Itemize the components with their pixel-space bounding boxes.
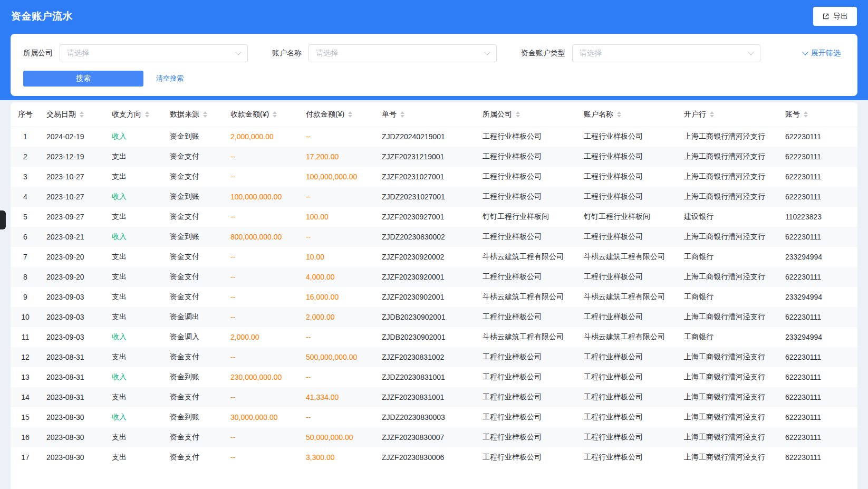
cell-order-number: ZJDB20230902001 xyxy=(375,327,476,347)
table-row: 8 2023-09-20 支出 资金支付 -- 4,000.00 ZJZF202… xyxy=(11,267,857,287)
cell-account-number: 622230111 xyxy=(779,267,857,287)
table-row: 2 2023-12-19 支出 资金支付 -- 17,200.00 ZJZF20… xyxy=(11,147,857,167)
cell-account-name: 工程行业样板公司 xyxy=(577,387,678,407)
cell-amount-paid: 16,000.00 xyxy=(300,287,375,307)
table-body: 1 2024-02-19 收入 资金到账 2,000,000.00 -- ZJD… xyxy=(11,127,857,467)
account-name-select[interactable]: 请选择 xyxy=(308,44,497,62)
column-header-label: 账号 xyxy=(785,110,800,119)
cell-order-number: ZJZF20231027001 xyxy=(375,167,476,187)
cell-account-name: 工程行业样板公司 xyxy=(577,267,678,287)
filter-group-account-type: 资金账户类型 请选择 xyxy=(521,44,760,62)
export-button-label: 导出 xyxy=(833,12,848,21)
sort-desc-icon xyxy=(710,115,714,118)
column-header-label: 付款金额(¥) xyxy=(306,110,344,119)
sort-icon[interactable] xyxy=(203,111,207,118)
cell-company: 工程行业样板公司 xyxy=(476,227,577,247)
sort-icon[interactable] xyxy=(273,111,277,118)
company-select[interactable]: 请选择 xyxy=(60,44,248,62)
sort-icon[interactable] xyxy=(804,111,808,118)
cell-amount-received: -- xyxy=(224,447,300,467)
sort-asc-icon xyxy=(804,111,808,114)
sort-icon[interactable] xyxy=(617,111,621,118)
cell-bank: 工商银行 xyxy=(678,287,779,307)
cell-account-number: 622230111 xyxy=(779,187,857,207)
cell-account-name: 工程行业样板公司 xyxy=(577,147,678,167)
cell-account-number: 110223823 xyxy=(779,207,857,227)
cell-index: 12 xyxy=(11,347,40,367)
table-row: 7 2023-09-20 支出 资金支付 -- 10.00 ZJZF202309… xyxy=(11,247,857,267)
clear-search-link[interactable]: 清空搜索 xyxy=(156,74,184,83)
column-header[interactable]: 所属公司 xyxy=(476,102,577,127)
cell-amount-received: -- xyxy=(224,267,300,287)
cell-amount-paid: 500,000,000.00 xyxy=(300,347,375,367)
table-row: 9 2023-09-03 支出 资金支付 -- 16,000.00 ZJZF20… xyxy=(11,287,857,307)
cell-amount-received: -- xyxy=(224,347,300,367)
sort-icon[interactable] xyxy=(710,111,714,118)
column-header[interactable]: 收款金额(¥) xyxy=(224,102,300,127)
cell-transaction-date: 2023-08-30 xyxy=(40,407,105,427)
cell-account-name: 工程行业样板公司 xyxy=(577,407,678,427)
cell-account-name: 钉钉工程行业样板间 xyxy=(577,207,678,227)
chevron-down-icon xyxy=(235,49,241,55)
cell-direction: 收入 xyxy=(105,187,163,207)
column-header-label: 收款金额(¥) xyxy=(230,110,269,119)
cell-amount-paid: -- xyxy=(300,407,375,427)
sort-icon[interactable] xyxy=(145,111,149,118)
cell-transaction-date: 2023-10-27 xyxy=(40,167,105,187)
cell-index: 1 xyxy=(11,127,40,147)
cell-data-source: 资金到账 xyxy=(163,367,224,387)
table-row: 6 2023-09-21 收入 资金到账 800,000,000.00 -- Z… xyxy=(11,227,857,247)
cell-bank: 上海工商银行漕河泾支行 xyxy=(678,227,779,247)
column-header[interactable]: 单号 xyxy=(375,102,476,127)
cell-amount-received: 800,000,000.00 xyxy=(224,227,300,247)
column-header[interactable]: 收支方向 xyxy=(105,102,163,127)
cell-order-number: ZJDZ20230830002 xyxy=(375,227,476,247)
cell-account-number: 622230111 xyxy=(779,307,857,327)
cell-account-name: 工程行业样板公司 xyxy=(577,307,678,327)
cell-order-number: ZJZF20230831002 xyxy=(375,347,476,367)
sort-icon[interactable] xyxy=(516,111,520,118)
cell-account-name: 斗栱云建筑工程有限公司 xyxy=(577,247,678,267)
table-row: 15 2023-08-30 收入 资金到账 30,000,000.00 -- Z… xyxy=(11,407,857,427)
column-header[interactable]: 付款金额(¥) xyxy=(300,102,375,127)
sort-icon[interactable] xyxy=(400,111,404,118)
cell-amount-received: -- xyxy=(224,387,300,407)
cell-amount-paid: 17,200.00 xyxy=(300,147,375,167)
cell-amount-received: -- xyxy=(224,207,300,227)
column-header[interactable]: 交易日期 xyxy=(40,102,105,127)
cell-amount-paid: 3,300.00 xyxy=(300,447,375,467)
table-row: 3 2023-10-27 支出 资金支付 -- 100,000,000.00 Z… xyxy=(11,167,857,187)
cell-index: 15 xyxy=(11,407,40,427)
cell-amount-paid: 4,000.00 xyxy=(300,267,375,287)
cell-direction: 收入 xyxy=(105,407,163,427)
column-header[interactable]: 账户名称 xyxy=(577,102,678,127)
cell-company: 工程行业样板公司 xyxy=(476,387,577,407)
export-button[interactable]: 导出 xyxy=(813,7,857,26)
table-row: 14 2023-08-31 支出 资金支付 -- 41,334.00 ZJZF2… xyxy=(11,387,857,407)
cell-transaction-date: 2023-08-31 xyxy=(40,347,105,367)
transactions-table-card: 序号 交易日期 收支方向 数据来源 收款金 xyxy=(11,102,857,489)
cell-account-number: 622230111 xyxy=(779,227,857,247)
cell-account-number: 622230111 xyxy=(779,347,857,367)
expand-filters-link[interactable]: 展开筛选 xyxy=(803,49,841,58)
table-row: 1 2024-02-19 收入 资金到账 2,000,000.00 -- ZJD… xyxy=(11,127,857,147)
cell-index: 3 xyxy=(11,167,40,187)
column-header[interactable]: 开户行 xyxy=(678,102,779,127)
column-header[interactable]: 账号 xyxy=(779,102,857,127)
account-type-filter-label: 资金账户类型 xyxy=(521,49,565,58)
cell-index: 17 xyxy=(11,447,40,467)
sort-desc-icon xyxy=(400,115,404,118)
cell-index: 6 xyxy=(11,227,40,247)
cell-account-name: 斗栱云建筑工程有限公司 xyxy=(577,287,678,307)
cell-data-source: 资金到账 xyxy=(163,127,224,147)
cell-bank: 上海工商银行漕河泾支行 xyxy=(678,387,779,407)
sort-icon[interactable] xyxy=(348,111,352,118)
drawer-handle[interactable] xyxy=(0,210,6,229)
column-header[interactable]: 数据来源 xyxy=(163,102,224,127)
sort-asc-icon xyxy=(710,111,714,114)
cell-account-name: 工程行业样板公司 xyxy=(577,187,678,207)
cell-bank: 上海工商银行漕河泾支行 xyxy=(678,167,779,187)
account-type-select[interactable]: 请选择 xyxy=(572,44,760,62)
sort-icon[interactable] xyxy=(80,111,84,118)
search-button[interactable]: 搜索 xyxy=(23,71,143,87)
